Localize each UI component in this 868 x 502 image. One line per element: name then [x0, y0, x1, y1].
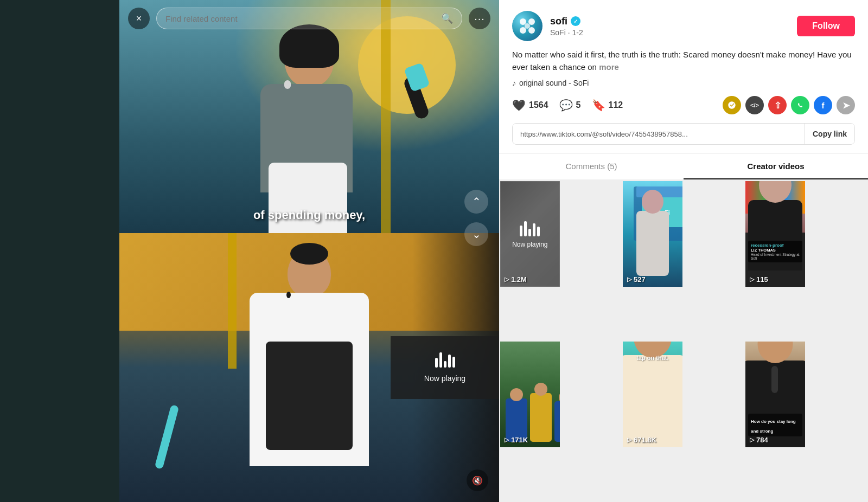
comment-count: 5: [576, 100, 581, 110]
grid-video-4[interactable]: ▷ 171K: [500, 342, 560, 447]
search-icon: 🔍: [441, 12, 453, 24]
bookmark-icon: 🔖: [592, 99, 605, 112]
profile-name-area: sofi ✓ SoFi · 1-2: [550, 16, 583, 37]
tab-comments[interactable]: Comments (5): [499, 154, 684, 179]
grid-video-6[interactable]: How do you stay long and strong ▷ 784: [745, 342, 805, 447]
svg-point-3: [528, 27, 535, 34]
search-bar[interactable]: 🔍: [156, 8, 462, 29]
nav-down-button[interactable]: ⌄: [464, 222, 488, 246]
grid-video-5-stats: ▷ 671.8K: [627, 436, 656, 444]
close-button[interactable]: ×: [128, 8, 150, 29]
tabs-row: Comments (5) Creator videos: [499, 154, 868, 180]
more-options-button[interactable]: ···: [469, 8, 490, 29]
grid-video-6-stats: ▷ 784: [750, 436, 768, 444]
video-subtitle: of spending money,: [253, 208, 365, 222]
grid-video-3-stats: ▷ 115: [750, 275, 768, 284]
mute-button[interactable]: 🔇: [467, 469, 488, 491]
profile-left: sofi ✓ SoFi · 1-2: [512, 11, 583, 41]
comment-icon: 💬: [559, 99, 573, 112]
grid-video-2[interactable]: SoFi ▷ 527: [623, 181, 682, 287]
telegram-share-icon[interactable]: [723, 96, 741, 114]
svg-point-1: [528, 18, 535, 25]
follow-button[interactable]: Follow: [797, 16, 855, 36]
profile-section: sofi ✓ SoFi · 1-2 Follow No matter who s…: [499, 0, 868, 154]
now-playing-text: Now playing: [424, 374, 465, 383]
copy-link-button[interactable]: Copy link: [805, 124, 854, 144]
embed-share-icon[interactable]: </>: [745, 96, 764, 114]
music-icon: ♪: [512, 79, 516, 87]
url-row: https://www.tiktok.com/@sofi/video/74554…: [512, 123, 855, 145]
creator-videos-grid: Now playing ▷ 1.2M SoFi ▷: [499, 180, 868, 502]
left-panel: [0, 0, 119, 502]
like-icon: 🖤: [512, 99, 526, 112]
video-description: No matter who said it first, the truth i…: [512, 49, 855, 73]
sound-row: ♪ original sound - SoFi: [512, 79, 855, 87]
whatsapp-share-icon[interactable]: [791, 96, 809, 114]
top-bar: × 🔍 ···: [119, 0, 499, 37]
share-icons: </> ⇧ f ➤: [723, 96, 855, 114]
video-area: of spending money,: [119, 0, 499, 502]
facebook-share-icon[interactable]: f: [814, 96, 832, 114]
forward-share-icon[interactable]: ➤: [837, 96, 855, 114]
nav-up-button[interactable]: ⌃: [464, 190, 488, 214]
now-playing-panel: Now playing: [391, 336, 499, 399]
audio-bars: [435, 352, 455, 368]
grid-video-3[interactable]: recession-proof LIZ THOMAS Head of Inves…: [745, 181, 805, 287]
profile-header: sofi ✓ SoFi · 1-2 Follow: [512, 11, 855, 41]
share-up-icon[interactable]: ⇧: [768, 96, 787, 114]
video-bottom-clip: Now playing: [119, 233, 499, 502]
stats-row: 🖤 1564 💬 5 🔖 112 </>: [512, 96, 855, 114]
grid-video-2-stats: ▷ 527: [627, 275, 646, 284]
grid-now-playing-text: Now playing: [512, 241, 547, 248]
svg-point-0: [520, 18, 526, 25]
grid-video-4-stats: ▷ 171K: [505, 436, 528, 444]
tab-creator-videos[interactable]: Creator videos: [684, 154, 868, 179]
bookmarks-stat[interactable]: 🔖 112: [592, 99, 623, 112]
comments-stat[interactable]: 💬 5: [559, 99, 581, 112]
profile-name: sofi: [550, 16, 567, 27]
likes-stat[interactable]: 🖤 1564: [512, 99, 548, 112]
profile-handle: SoFi · 1-2: [550, 28, 583, 37]
more-link[interactable]: more: [599, 62, 619, 72]
grid-video-5[interactable]: tap on that. ▷ 671.8K: [623, 342, 682, 447]
avatar: [512, 11, 542, 41]
search-input[interactable]: [165, 14, 437, 23]
right-panel: sofi ✓ SoFi · 1-2 Follow No matter who s…: [499, 0, 868, 502]
verified-badge: ✓: [571, 16, 580, 26]
like-count: 1564: [529, 100, 548, 110]
sound-name: original sound - SoFi: [519, 79, 589, 87]
now-playing-overlay: Now playing: [500, 181, 560, 287]
svg-point-2: [520, 27, 526, 34]
video-player: × 🔍 ···: [119, 0, 499, 502]
bookmark-count: 112: [609, 100, 623, 110]
grid-video-1-stats: ▷ 1.2M: [505, 275, 527, 284]
video-url: https://www.tiktok.com/@sofi/video/74554…: [513, 130, 805, 138]
grid-video-1[interactable]: Now playing ▷ 1.2M: [500, 181, 560, 287]
svg-point-4: [525, 23, 530, 29]
